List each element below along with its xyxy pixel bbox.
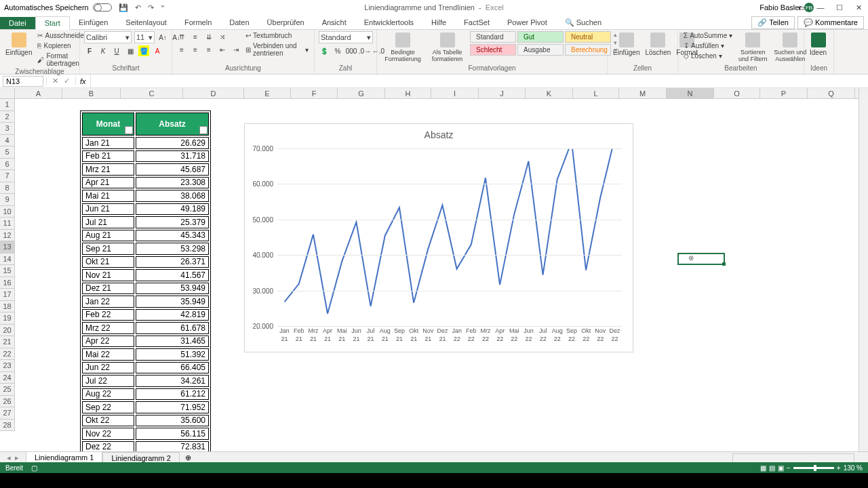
bold-button[interactable]: F (84, 45, 95, 56)
zoom-out-icon[interactable]: − (787, 464, 791, 472)
row-header-27[interactable]: 27 (0, 407, 14, 420)
tab-überprüfen[interactable]: Überprüfen (258, 16, 313, 29)
col-header-M[interactable]: M (619, 88, 667, 98)
row-header-10[interactable]: 10 (0, 206, 14, 218)
row-header-16[interactable]: 16 (0, 277, 14, 289)
col-header-G[interactable]: G (338, 88, 385, 98)
paste-button[interactable]: Einfügen (4, 31, 33, 58)
font-color-button[interactable]: A (152, 45, 163, 56)
redo-icon[interactable]: ↷ (148, 3, 154, 12)
filter-icon[interactable]: ▾ (199, 126, 208, 134)
find-select-button[interactable]: Suchen und Auswählen (772, 31, 808, 64)
align-bottom-icon[interactable]: ⇊ (203, 31, 214, 42)
col-header-A[interactable]: A (15, 88, 62, 98)
align-right-icon[interactable]: ≡ (203, 44, 214, 55)
qat-more-icon[interactable]: ⁼ (161, 3, 165, 12)
tab-entwicklertools[interactable]: Entwicklertools (355, 16, 422, 29)
style-neutral[interactable]: Neutral (565, 31, 611, 43)
ribbon-options-icon[interactable]: ▭ (792, 0, 811, 15)
row-header-13[interactable]: 13 (0, 241, 14, 253)
horizontal-scrollbar[interactable] (732, 453, 854, 463)
col-header-L[interactable]: L (573, 88, 619, 98)
row-header-25[interactable]: 25 (0, 384, 14, 396)
col-header-J[interactable]: J (479, 88, 526, 98)
sheet-nav-next-icon[interactable]: ▸ (15, 453, 19, 462)
style-gut[interactable]: Gut (517, 31, 564, 43)
merge-center-button[interactable]: ⊞ Verbinden und zentrieren ▾ (244, 41, 310, 58)
row-header-12[interactable]: 12 (0, 230, 14, 242)
minimize-icon[interactable]: — (811, 0, 830, 15)
select-all-button[interactable] (0, 88, 15, 99)
col-header-I[interactable]: I (431, 88, 479, 98)
conditional-format-button[interactable]: Bedingte Formatierung (381, 31, 425, 64)
row-header-7[interactable]: 7 (0, 170, 14, 182)
tab-power pivot[interactable]: Power Pivot (498, 16, 556, 29)
ideas-button[interactable]: Ideen (808, 31, 828, 58)
tab-ansicht[interactable]: Ansicht (313, 16, 355, 29)
col-header-H[interactable]: H (385, 88, 431, 98)
row-header-28[interactable]: 28 (0, 420, 14, 432)
row-header-20[interactable]: 20 (0, 325, 14, 337)
col-header-O[interactable]: O (714, 88, 760, 98)
view-break-icon[interactable]: ▣ (778, 464, 784, 472)
worksheet-grid[interactable]: ABCDEFGHIJKLMNOPQ 1234567891011121314151… (0, 88, 868, 453)
style-standard[interactable]: Standard (470, 31, 516, 43)
col-header-Q[interactable]: Q (808, 88, 855, 98)
tab-factset[interactable]: FactSet (455, 16, 498, 29)
orientation-icon[interactable]: ⤭ (217, 31, 228, 42)
maximize-icon[interactable]: ☐ (830, 0, 849, 15)
table-header[interactable]: Absatz▾ (136, 113, 209, 136)
currency-icon[interactable]: 💲 (319, 45, 330, 56)
tab-start[interactable]: Start (35, 16, 70, 30)
comma-icon[interactable]: 000 (346, 45, 357, 56)
tab-formeln[interactable]: Formeln (176, 16, 220, 29)
font-size-combo[interactable]: 11▾ (134, 31, 155, 43)
sort-filter-button[interactable]: Sortieren und Filtern (736, 31, 769, 64)
zoom-slider[interactable] (793, 467, 834, 469)
row-header-8[interactable]: 8 (0, 182, 14, 195)
name-box[interactable] (3, 76, 43, 87)
clear-button[interactable]: ◇ Löschen ▾ (682, 52, 734, 60)
share-button[interactable]: 🔗 Teilen (751, 16, 795, 29)
undo-icon[interactable]: ↶ (135, 3, 141, 12)
autosum-button[interactable]: Σ AutoSumme ▾ (682, 31, 734, 40)
increase-decimal-icon[interactable]: .0→ (359, 45, 370, 56)
view-layout-icon[interactable]: ▤ (769, 464, 775, 472)
row-header-21[interactable]: 21 (0, 336, 14, 348)
zoom-in-icon[interactable]: + (837, 464, 841, 472)
tab-hilfe[interactable]: Hilfe (422, 16, 455, 29)
percent-icon[interactable]: % (332, 45, 343, 56)
col-header-F[interactable]: F (291, 88, 338, 98)
vertical-scrollbar[interactable] (859, 88, 868, 453)
col-header-B[interactable]: B (62, 88, 121, 98)
comments-button[interactable]: 💬 Kommentare (797, 16, 864, 29)
confirm-formula-icon[interactable]: ✓ (64, 77, 70, 85)
fx-icon[interactable]: fx (76, 77, 90, 85)
tab-file[interactable]: Datei (0, 17, 35, 29)
row-header-14[interactable]: 14 (0, 253, 14, 266)
zoom-level[interactable]: 130 % (844, 464, 863, 472)
table-header[interactable]: Monat▾ (82, 113, 134, 136)
row-header-26[interactable]: 26 (0, 396, 14, 408)
row-header-3[interactable]: 3 (0, 123, 14, 135)
search-box[interactable]: 🔍 Suchen (556, 16, 610, 29)
increase-font-icon[interactable]: A↑ (157, 32, 168, 43)
align-middle-icon[interactable]: ≡ (190, 31, 201, 42)
row-header-18[interactable]: 18 (0, 301, 14, 313)
align-top-icon[interactable]: ⇈ (176, 31, 187, 42)
formula-input[interactable] (90, 75, 868, 87)
underline-button[interactable]: U (111, 45, 122, 56)
tab-seitenlayout[interactable]: Seitenlayout (117, 16, 176, 29)
col-header-E[interactable]: E (244, 88, 291, 98)
tab-daten[interactable]: Daten (220, 16, 258, 29)
indent-dec-icon[interactable]: ⇤ (217, 44, 228, 55)
row-header-5[interactable]: 5 (0, 146, 14, 159)
close-icon[interactable]: ✕ (849, 0, 868, 15)
style-berechnung[interactable]: Berechnung (565, 44, 611, 56)
font-name-combo[interactable]: Calibri▾ (84, 31, 132, 43)
col-header-P[interactable]: P (760, 88, 808, 98)
align-center-icon[interactable]: ≡ (190, 44, 201, 55)
col-header-K[interactable]: K (526, 88, 573, 98)
indent-inc-icon[interactable]: ⇥ (231, 44, 241, 55)
save-icon[interactable]: 💾 (119, 3, 128, 12)
